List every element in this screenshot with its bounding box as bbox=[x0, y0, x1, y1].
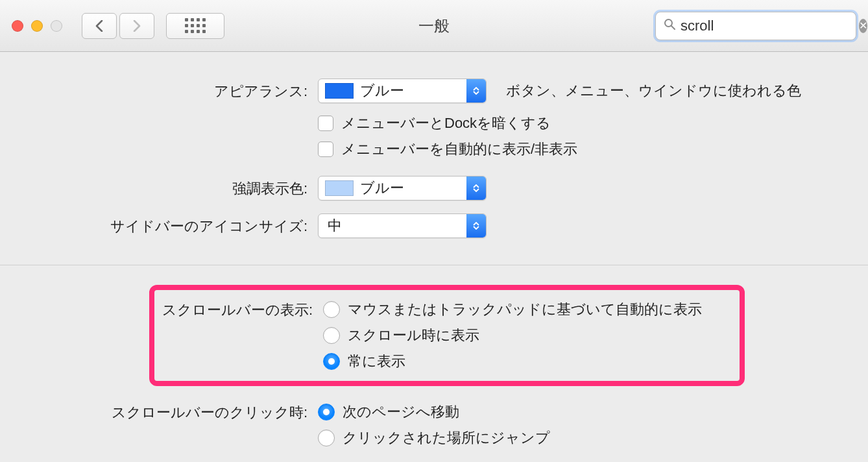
highlight-color-row: 強調表示色: ブルー bbox=[0, 175, 868, 201]
sidebar-icon-row: サイドバーのアイコンサイズ: 中 bbox=[0, 213, 868, 239]
click-scrollbar-option-page: 次のページへ移動 bbox=[343, 402, 459, 422]
appearance-select[interactable]: ブルー bbox=[318, 79, 487, 103]
chevron-left-icon bbox=[95, 20, 103, 32]
sidebar-icon-select[interactable]: 中 bbox=[318, 213, 487, 238]
autohide-menubar-checkbox[interactable] bbox=[318, 141, 333, 157]
stepper-icon bbox=[466, 214, 486, 237]
search-field[interactable]: ✕ bbox=[655, 12, 856, 40]
forward-button[interactable] bbox=[119, 13, 154, 39]
scrollbars-radio-always[interactable] bbox=[323, 353, 340, 370]
appearance-hint: ボタン、メニュー、ウインドウに使われる色 bbox=[506, 81, 801, 101]
appearance-select-value: ブルー bbox=[360, 81, 466, 101]
close-button[interactable] bbox=[12, 20, 23, 32]
zoom-button bbox=[51, 20, 62, 32]
scrollbars-option-auto: マウスまたはトラックパッドに基づいて自動的に表示 bbox=[348, 300, 702, 319]
stepper-icon bbox=[466, 176, 486, 200]
grid-icon bbox=[185, 18, 206, 33]
click-scrollbar-label: スクロールバーのクリック時: bbox=[0, 399, 318, 422]
stepper-icon bbox=[466, 79, 486, 103]
click-scrollbar-radio-page[interactable] bbox=[318, 404, 335, 420]
clear-search-icon[interactable]: ✕ bbox=[859, 19, 867, 33]
scrollbars-option-always: 常に表示 bbox=[348, 352, 405, 371]
sidebar-icon-value: 中 bbox=[319, 216, 466, 236]
appearance-swatch bbox=[325, 83, 354, 99]
dark-menubar-label: メニューバーとDockを暗くする bbox=[341, 114, 551, 133]
click-scrollbar-radio-spot[interactable] bbox=[318, 430, 335, 446]
chevron-right-icon bbox=[133, 20, 141, 32]
highlight-color-label: 強調表示色: bbox=[0, 175, 318, 199]
scrollbars-option-whenscrolling: スクロール時に表示 bbox=[348, 326, 479, 345]
titlebar: 一般 ✕ bbox=[0, 0, 868, 52]
search-icon bbox=[664, 18, 675, 33]
show-scrollbars-label: スクロールバーの表示: bbox=[154, 297, 323, 374]
svg-line-1 bbox=[671, 26, 675, 29]
dark-menubar-row: メニューバーとDockを暗くする メニューバーを自動的に表示/非表示 bbox=[0, 110, 868, 162]
highlight-color-select[interactable]: ブルー bbox=[318, 176, 487, 201]
back-button[interactable] bbox=[82, 13, 117, 39]
dark-menubar-checkbox[interactable] bbox=[318, 116, 333, 131]
nav-buttons bbox=[82, 13, 154, 39]
window-controls bbox=[12, 20, 62, 32]
scrollbars-radio-whenscrolling[interactable] bbox=[323, 327, 340, 344]
highlight-color-value: ブルー bbox=[360, 178, 466, 198]
show-all-button[interactable] bbox=[166, 13, 224, 39]
scrollbars-radio-auto[interactable] bbox=[323, 301, 340, 318]
show-scrollbars-highlight: スクロールバーの表示: マウスまたはトラックパッドに基づいて自動的に表示 スクロ… bbox=[149, 285, 745, 386]
content-area: アピアランス: ブルー ボタン、メニュー、ウインドウに使われる色 メニュー bbox=[0, 52, 868, 451]
highlight-color-swatch bbox=[325, 180, 354, 196]
appearance-row: アピアランス: ブルー ボタン、メニュー、ウインドウに使われる色 bbox=[0, 78, 868, 104]
click-scrollbar-row: スクロールバーのクリック時: 次のページへ移動 クリックされた場所にジャンプ bbox=[0, 399, 868, 451]
sidebar-icon-label: サイドバーのアイコンサイズ: bbox=[0, 213, 318, 236]
divider bbox=[0, 265, 868, 265]
search-input[interactable] bbox=[681, 18, 859, 34]
appearance-label: アピアランス: bbox=[0, 78, 318, 101]
click-scrollbar-option-spot: クリックされた場所にジャンプ bbox=[343, 428, 550, 448]
autohide-menubar-label: メニューバーを自動的に表示/非表示 bbox=[341, 140, 577, 159]
minimize-button[interactable] bbox=[31, 20, 43, 32]
